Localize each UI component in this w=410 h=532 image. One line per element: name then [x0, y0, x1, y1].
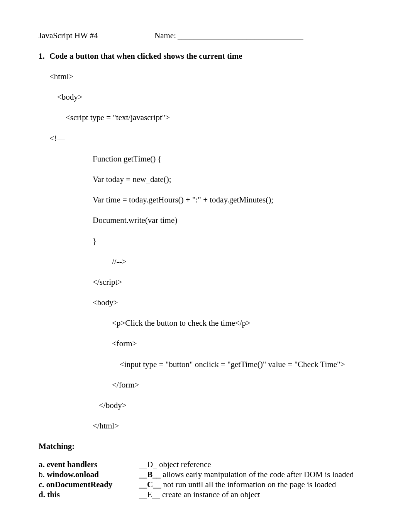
header-line: JavaScript HW #4 Name: _________________…: [39, 31, 371, 41]
matching-term: b. window.onload: [39, 470, 139, 480]
matching-definition: __E__ create an instance of an object: [139, 490, 354, 500]
name-label: Name:: [154, 31, 176, 41]
matching-answer: __C__: [139, 480, 161, 489]
code-answer: <html> <body> <script type = "text/javas…: [39, 72, 371, 431]
code-line: //-->: [39, 257, 371, 267]
code-line: </script>: [39, 277, 371, 287]
code-line: }: [39, 236, 371, 246]
matching-term: d. this: [39, 490, 139, 500]
hw-title: JavaScript HW #4: [39, 31, 154, 41]
matching-answer: __D_: [139, 460, 157, 469]
matching-row: c. onDocumentReady__C__ not run until al…: [39, 480, 354, 490]
matching-description: object reference: [157, 460, 211, 469]
matching-description: not run until all the information on the…: [161, 480, 336, 489]
code-line: <script type = "text/javascript">: [39, 113, 371, 122]
matching-definition: __D_ object reference: [139, 460, 354, 470]
question-1-text: Code a button that when clicked shows th…: [49, 51, 242, 61]
matching-definition: __B__ allows early manipulation of the c…: [139, 470, 354, 480]
code-line: Function getTime() {: [39, 154, 371, 164]
matching-row: a. event handlers__D_ object reference: [39, 460, 354, 470]
code-line: Var time = today.getHours() + ":" + toda…: [39, 195, 371, 205]
code-line: Document.write(var time): [39, 216, 371, 225]
code-line: <form>: [39, 339, 371, 348]
code-line: <!—: [39, 134, 371, 143]
code-line: <input type = "button" onclick = "getTim…: [39, 360, 371, 369]
matching-definition: __C__ not run until all the information …: [139, 480, 354, 490]
code-line: </html>: [39, 421, 371, 431]
matching-description: allows early manipulation of the code af…: [161, 470, 354, 479]
code-line: <body>: [39, 92, 371, 102]
matching-term: c. onDocumentReady: [39, 480, 139, 490]
code-line: </body>: [39, 401, 371, 410]
matching-answer: __E__: [139, 490, 160, 499]
code-line: <body>: [39, 298, 371, 308]
question-1: 1. Code a button that when clicked shows…: [39, 51, 371, 61]
document-page: JavaScript HW #4 Name: _________________…: [0, 0, 410, 531]
question-1-number: 1.: [39, 51, 49, 61]
matching-answer: __B__: [139, 470, 161, 479]
code-line: <html>: [39, 72, 371, 82]
matching-description: create an instance of an object: [160, 490, 260, 499]
matching-term: a. event handlers: [39, 460, 139, 470]
code-line: </form>: [39, 380, 371, 390]
name-blank: _______________________________: [178, 31, 303, 41]
matching-row: d. this__E__ create an instance of an ob…: [39, 490, 354, 500]
matching-table: a. event handlers__D_ object referenceb.…: [39, 460, 354, 500]
matching-title: Matching:: [39, 442, 371, 451]
matching-row: b. window.onload__B__ allows early manip…: [39, 470, 354, 480]
code-line: <p>Click the button to check the time</p…: [39, 318, 371, 328]
code-line: Var today = new_date();: [39, 175, 371, 184]
